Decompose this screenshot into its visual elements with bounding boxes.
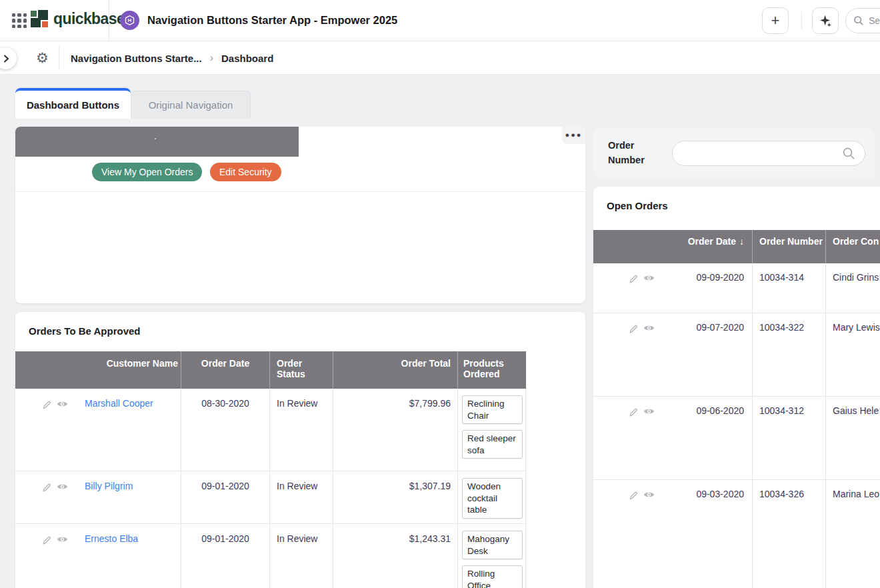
orders-to-approve-table: Customer Name Order Date Order Status Or…: [15, 351, 526, 588]
order-number-value: 10034-326: [752, 480, 825, 588]
edit-record-icon[interactable]: [629, 491, 639, 501]
view-record-eye-icon[interactable]: [57, 535, 68, 543]
order-date-value: 09-01-2020: [181, 524, 269, 588]
top-bar: quickbase Navigation Buttons Starter App…: [0, 0, 880, 41]
app-title: Navigation Buttons Starter App - Empower…: [147, 14, 397, 27]
edit-record-icon[interactable]: [629, 274, 639, 284]
order-date-header-label: Order Date: [688, 236, 736, 263]
global-search[interactable]: [845, 8, 880, 33]
product-chip[interactable]: Reclining Chair: [462, 395, 523, 424]
chevron-right-icon: [2, 55, 10, 63]
order-number-value: 10034-322: [752, 313, 825, 396]
edit-record-icon[interactable]: [42, 535, 52, 545]
breadcrumb-page: Dashboard: [221, 53, 273, 64]
order-number-search-panel: Order Number: [593, 128, 875, 179]
open-orders-title: Open Orders: [607, 200, 668, 211]
app-window: quickbase Navigation Buttons Starter App…: [0, 0, 880, 588]
tab-dashboard-buttons[interactable]: Dashboard Buttons: [15, 88, 131, 119]
topbar-divider: [109, 0, 109, 41]
view-record-eye-icon[interactable]: [643, 274, 655, 282]
quickbase-wordmark: quickbase: [53, 10, 125, 28]
app-grid-icon[interactable]: [12, 13, 27, 28]
order-status-value: In Review: [269, 389, 333, 471]
view-record-eye-icon[interactable]: [643, 324, 655, 332]
order-number-label: Order Number: [608, 138, 655, 168]
buttons-widget-panel: . View My Open Orders Edit Security: [15, 127, 585, 303]
table-row: Billy Pilgrim 09-01-2020 In Review $1,30…: [15, 471, 526, 524]
ai-assistant-button[interactable]: [812, 7, 839, 34]
breadcrumb-app-link[interactable]: Navigation Buttons Starte...: [71, 53, 202, 64]
view-record-eye-icon[interactable]: [643, 491, 655, 499]
open-orders-panel: Open Orders Order Date ↓ Order Number Or…: [593, 187, 880, 588]
edit-record-icon[interactable]: [629, 324, 639, 334]
order-status-value: In Review: [269, 471, 333, 525]
quickbase-logo-mark-icon: [31, 10, 49, 28]
order-number-search-field[interactable]: [672, 141, 865, 166]
tab-original-navigation[interactable]: Original Navigation: [131, 91, 251, 119]
customer-name-link[interactable]: Ernesto Elba: [85, 533, 138, 544]
sort-descending-icon: ↓: [739, 236, 744, 263]
order-contact-value: Gaius Hele: [825, 397, 880, 479]
column-header-order-total[interactable]: Order Total: [333, 351, 457, 389]
breadcrumb: Navigation Buttons Starte... › Dashboard: [71, 41, 273, 75]
order-date-value: 09-03-2020: [660, 480, 752, 588]
ellipsis-icon: ●●●: [565, 131, 583, 139]
app-cube-icon: [120, 11, 139, 30]
edit-record-icon[interactable]: [42, 483, 52, 493]
column-header-order-status[interactable]: Order Status: [269, 351, 333, 389]
dashboard-tabs: Dashboard Buttons Original Navigation: [15, 88, 251, 119]
table-row: 09-03-2020 10034-326 Marina Leo: [593, 480, 880, 588]
product-chip[interactable]: Red sleeper sofa: [462, 430, 523, 459]
orders-to-approve-panel: Orders To Be Approved Customer Name Orde…: [15, 312, 585, 588]
column-header-customer-name[interactable]: Customer Name: [15, 351, 181, 389]
breadcrumb-divider: [59, 47, 59, 69]
order-contact-value: Mary Lewis: [825, 313, 880, 396]
sidebar-expand-toggle[interactable]: [0, 47, 17, 69]
edit-record-icon[interactable]: [629, 407, 639, 417]
open-orders-table: Order Date ↓ Order Number Order Con 09-0…: [593, 230, 880, 588]
new-item-button[interactable]: +: [762, 7, 789, 34]
order-total-value: $1,307.19: [333, 471, 457, 525]
search-icon: [853, 15, 865, 27]
widget-header-bar: .: [15, 127, 299, 157]
global-search-input[interactable]: [869, 15, 880, 26]
search-icon: [841, 146, 856, 161]
edit-security-button[interactable]: Edit Security: [210, 163, 281, 181]
order-date-value: 08-30-2020: [181, 389, 269, 471]
widget-more-menu-button[interactable]: ●●●: [562, 125, 585, 144]
app-settings-gear-icon[interactable]: ⚙: [36, 49, 49, 67]
view-my-open-orders-button[interactable]: View My Open Orders: [92, 163, 202, 181]
order-status-value: In Review: [269, 524, 333, 588]
widget-header-text: .: [154, 131, 157, 141]
table-row: 09-07-2020 10034-322 Mary Lewis: [593, 313, 880, 397]
column-header-order-number[interactable]: Order Number: [752, 230, 825, 263]
order-number-value: 10034-314: [752, 263, 825, 313]
column-header-products-ordered[interactable]: Products Ordered: [457, 351, 526, 389]
breadcrumb-bar: ⚙ Navigation Buttons Starte... › Dashboa…: [0, 41, 880, 75]
order-date-value: 09-01-2020: [181, 471, 269, 525]
order-date-value: 09-06-2020: [660, 397, 752, 479]
product-chip[interactable]: Wooden cocktail table: [462, 478, 523, 519]
edit-record-icon[interactable]: [42, 400, 52, 410]
widget-divider: [15, 191, 585, 192]
product-chip[interactable]: Rolling Office: [462, 565, 523, 588]
customer-name-link[interactable]: Billy Pilgrim: [85, 481, 133, 491]
order-number-input[interactable]: [673, 148, 841, 159]
quickbase-logo[interactable]: quickbase: [31, 10, 125, 28]
table-header-row: Customer Name Order Date Order Status Or…: [15, 351, 526, 389]
order-total-value: $7,799.96: [333, 389, 457, 471]
column-header-order-date[interactable]: Order Date ↓: [593, 230, 752, 263]
view-record-eye-icon[interactable]: [57, 400, 68, 408]
product-chip[interactable]: Mahogany Desk: [462, 531, 523, 559]
customer-name-link[interactable]: Marshall Cooper: [85, 398, 153, 409]
column-header-order-contact[interactable]: Order Con: [825, 230, 880, 263]
view-record-eye-icon[interactable]: [57, 483, 68, 491]
app-title-chip: Navigation Buttons Starter App - Empower…: [120, 11, 397, 30]
view-record-eye-icon[interactable]: [643, 407, 655, 415]
order-contact-value: Marina Leo: [825, 480, 880, 588]
orders-to-approve-title: Orders To Be Approved: [29, 325, 141, 337]
table-row: Marshall Cooper 08-30-2020 In Review $7,…: [15, 389, 526, 471]
topbar-button-divider: [801, 12, 802, 29]
column-header-order-date[interactable]: Order Date: [181, 351, 269, 389]
order-contact-value: Cindi Grins: [825, 263, 880, 313]
